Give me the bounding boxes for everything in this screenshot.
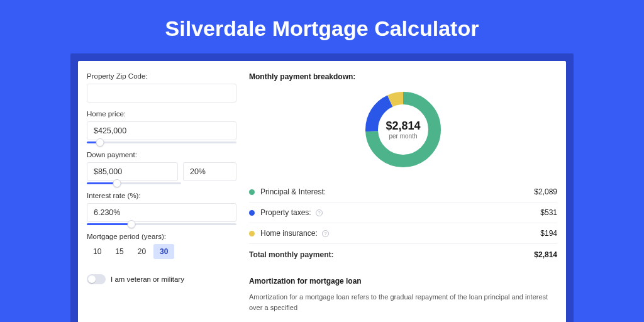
home-price-input[interactable]: [87, 121, 236, 140]
calculator-panel: Property Zip Code: Home price: Down paym…: [78, 61, 566, 322]
home-price-slider-thumb[interactable]: [96, 138, 104, 147]
veteran-label: I am veteran or military: [111, 275, 184, 283]
mortgage-period-label: Mortgage period (years):: [87, 233, 236, 240]
legend-row-taxes: Property taxes: ? $531: [249, 203, 557, 223]
down-payment-slider-thumb[interactable]: [113, 179, 121, 187]
info-icon[interactable]: ?: [322, 230, 329, 237]
amortization-title: Amortization for mortgage loan: [249, 277, 557, 286]
donut-subtext: per month: [389, 133, 417, 140]
down-payment-pct-input[interactable]: [183, 162, 236, 181]
period-option-30[interactable]: 30: [153, 244, 174, 259]
period-option-20[interactable]: 20: [131, 244, 152, 259]
down-payment-amount-input[interactable]: [87, 162, 178, 181]
home-price-label: Home price:: [87, 110, 236, 118]
donut-total: $2,814: [386, 119, 420, 133]
veteran-toggle-knob: [88, 275, 96, 283]
legend-row-principal: Principal & Interest: $2,089: [249, 182, 557, 203]
interest-rate-slider-thumb[interactable]: [128, 220, 136, 228]
mortgage-period-group: 10 15 20 30: [87, 244, 236, 259]
period-option-10[interactable]: 10: [87, 244, 108, 259]
breakdown-title: Monthly payment breakdown:: [249, 72, 557, 81]
breakdown-column: Monthly payment breakdown: $2,814 per mo…: [243, 72, 557, 313]
page-title: Silverdale Mortgage Calculator: [0, 0, 644, 53]
legend-value-taxes: $531: [540, 208, 557, 217]
period-option-15[interactable]: 15: [109, 244, 130, 259]
total-value: $2,814: [534, 250, 557, 259]
home-price-slider[interactable]: [87, 142, 236, 143]
zip-label: Property Zip Code:: [87, 72, 236, 80]
legend-label-principal: Principal & Interest:: [260, 187, 534, 196]
total-label: Total monthly payment:: [249, 250, 534, 259]
legend: Principal & Interest: $2,089 Property ta…: [249, 182, 557, 263]
amortization-text: Amortization for a mortgage loan refers …: [249, 292, 557, 313]
legend-text-taxes: Property taxes:: [260, 208, 311, 217]
zip-input[interactable]: [87, 84, 236, 103]
down-payment-label: Down payment:: [87, 151, 236, 158]
legend-value-insurance: $194: [540, 229, 557, 238]
interest-rate-label: Interest rate (%):: [87, 192, 236, 199]
interest-rate-input[interactable]: [87, 203, 236, 222]
legend-dot-taxes: [249, 210, 255, 216]
info-icon[interactable]: ?: [316, 209, 323, 216]
amortization-section: Amortization for mortgage loan Amortizat…: [249, 277, 557, 313]
legend-value-principal: $2,089: [534, 187, 557, 196]
legend-row-total: Total monthly payment: $2,814: [249, 244, 557, 263]
donut-chart: $2,814 per month: [364, 90, 443, 169]
legend-text-insurance: Home insurance:: [260, 229, 318, 238]
donut-chart-wrap: $2,814 per month: [249, 90, 557, 169]
legend-dot-principal: [249, 189, 255, 195]
down-payment-slider[interactable]: [87, 182, 181, 184]
interest-rate-slider[interactable]: [87, 223, 236, 225]
legend-label-insurance: Home insurance: ?: [260, 229, 540, 238]
calculator-panel-wrap: Property Zip Code: Home price: Down paym…: [70, 53, 574, 322]
veteran-toggle[interactable]: [87, 274, 106, 284]
form-column: Property Zip Code: Home price: Down paym…: [87, 72, 243, 313]
legend-row-insurance: Home insurance: ? $194: [249, 223, 557, 244]
legend-dot-insurance: [249, 231, 255, 236]
legend-label-taxes: Property taxes: ?: [260, 208, 540, 217]
